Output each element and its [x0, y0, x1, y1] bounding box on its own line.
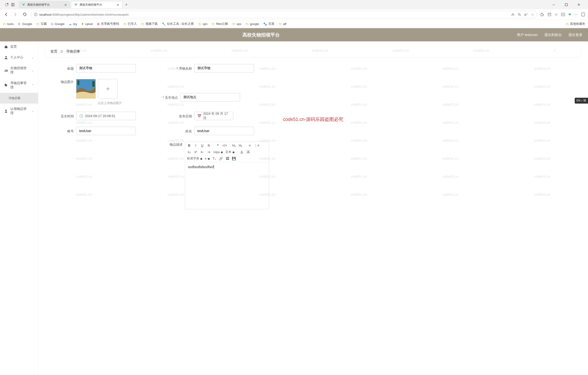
user-icon	[4, 56, 8, 59]
svg-rect-15	[7, 70, 8, 72]
lost-place-input[interactable]	[180, 93, 240, 101]
maximize-button[interactable]	[561, 1, 572, 8]
sidebar-item-seek-mgmt[interactable]: 寻物启事管理 ⌃	[0, 78, 38, 93]
performance-icon[interactable]: ❤	[568, 13, 571, 16]
bookmark-imported[interactable]: 🗀已导入	[123, 22, 137, 26]
save-button[interactable]: 💾	[232, 157, 236, 160]
bookmark-vps[interactable]: 🗀vps	[232, 22, 241, 26]
downloads-icon[interactable]	[561, 12, 565, 17]
underline-button[interactable]: U	[200, 143, 204, 147]
close-icon[interactable]: ✕	[116, 3, 119, 7]
translate-icon[interactable]: ⁂	[511, 13, 514, 16]
indent-left-button[interactable]: ⇤	[200, 150, 204, 154]
pub-date-label: 发布日期	[173, 113, 192, 119]
close-window-button[interactable]: ✕	[574, 1, 584, 8]
zoom-icon[interactable]	[518, 13, 521, 16]
profile-icon[interactable]	[5, 3, 9, 7]
claim-icon	[4, 109, 8, 113]
tab-bar: 高校失物招领平台 ✕ 高校失物招领平台 ✕ + ─ ✕	[0, 0, 588, 9]
folder-icon: 🗀	[279, 22, 282, 26]
ul-button[interactable]: ⋮≡	[254, 143, 259, 147]
workspaces-icon[interactable]	[11, 3, 15, 7]
strike-button[interactable]: S	[207, 143, 211, 147]
favorites-icon[interactable]: ✩	[555, 13, 558, 16]
bookmark-baozang[interactable]: 🗀宝藏	[36, 22, 47, 26]
lost-time-input[interactable]: 🕐 2024-09-17 20:06:51	[76, 112, 136, 120]
font-size-select[interactable]: 14px ◆	[213, 150, 223, 154]
favorite-icon[interactable]: ☆	[531, 13, 534, 16]
bookmark-tools[interactable]: 🗀tools	[3, 22, 13, 26]
folder-icon: 🗀	[123, 22, 126, 26]
uploaded-image-thumb[interactable]	[76, 79, 96, 99]
pub-date-input[interactable]: 📅 2024 年 09 月 17 日	[194, 112, 233, 120]
url-field[interactable]: localhost:8080/springboot38tp1/admin/dis…	[31, 11, 537, 18]
forward-button	[12, 11, 19, 18]
browser-tab-0[interactable]: 高校失物招领平台 ✕	[19, 1, 70, 8]
bg-color-button[interactable]: A	[246, 150, 250, 154]
reader-icon[interactable]: AA	[524, 13, 528, 17]
more-icon[interactable]: ⋯	[575, 13, 578, 16]
back-button[interactable]	[3, 11, 9, 18]
bookmark-zhanzhang[interactable]: 🔧站长工具 - 站长之家	[162, 22, 194, 26]
breadcrumb-home[interactable]: 首页	[51, 49, 57, 54]
sidebar-item-seek[interactable]: 寻物启事	[0, 93, 38, 104]
bookmark-baidu[interactable]: 🐾百度	[263, 22, 274, 26]
h1-button[interactable]: H₁	[232, 143, 236, 147]
bookmark-google2[interactable]: GGoogle	[51, 22, 64, 26]
reload-button[interactable]	[21, 11, 28, 18]
image-button[interactable]: 🖼	[225, 157, 230, 160]
collections-icon[interactable]	[547, 12, 552, 17]
editor-content[interactable]: asdfasdfafasdfasf	[185, 162, 269, 209]
clear-format-button[interactable]: Tₓ	[212, 157, 217, 160]
folder-icon: 🗀	[245, 22, 249, 26]
bold-button[interactable]: B	[187, 143, 191, 147]
quote-button[interactable]: ❝	[216, 143, 220, 147]
bookmark-other[interactable]: 🗀其他收藏夹	[566, 22, 585, 26]
ol-button[interactable]: ≡	[248, 143, 252, 147]
svg-rect-3	[13, 3, 14, 6]
code-button[interactable]: </>	[222, 143, 227, 147]
bookmark-share[interactable]: ⊞共享账号密码	[97, 22, 119, 26]
title-input[interactable]	[76, 64, 136, 72]
copilot-icon[interactable]	[581, 12, 585, 17]
h2-button[interactable]: H₂	[238, 143, 243, 147]
back-to-front-button[interactable]: 退出到前台	[544, 33, 562, 37]
bookmark-google3[interactable]: 🗀google	[245, 22, 259, 26]
logout-button[interactable]: 退出登录	[568, 33, 582, 37]
bookmark-google[interactable]: 🗋Google	[18, 22, 32, 26]
rich-editor: B I U S ❝ </> H₁ H₂ ≡ ⋮≡	[185, 142, 269, 209]
bookmark-aff[interactable]: 🗀aff	[279, 22, 286, 26]
sub-button[interactable]: x₂	[187, 150, 191, 154]
sup-button[interactable]: x²	[194, 150, 198, 154]
upload-add-button[interactable]: +	[98, 79, 118, 99]
svg-rect-14	[6, 69, 7, 72]
minimize-button[interactable]: ─	[548, 1, 559, 8]
browser-tab-1[interactable]: 高校失物招领平台 ✕	[71, 1, 122, 8]
name-label: *寻物名称	[173, 66, 192, 71]
sidebar-item-personal[interactable]: 个人中心 ⌄	[0, 52, 38, 63]
align-select[interactable]: ≡ ◆	[205, 157, 210, 160]
folder-icon: 🗀	[3, 22, 6, 26]
bookmark-txy[interactable]: ☁txy	[69, 22, 77, 26]
bookmark-max[interactable]: 🗀Max云梯	[211, 22, 228, 26]
text-color-button[interactable]: A	[240, 150, 244, 154]
account-input[interactable]	[76, 127, 136, 135]
name-input[interactable]	[194, 64, 254, 72]
bookmark-video[interactable]: 🗀视频下载	[141, 22, 158, 26]
extensions-icon[interactable]	[540, 12, 544, 17]
font-family-select[interactable]: 标准字体 ◆	[187, 156, 202, 161]
link-button[interactable]: 🔗	[219, 157, 223, 160]
site-info-icon[interactable]	[34, 13, 38, 16]
sidebar-item-claim-mgmt[interactable]: 认领物品管理 ⌄	[0, 104, 38, 119]
realname-input[interactable]	[194, 127, 254, 135]
svg-rect-4	[565, 3, 567, 6]
sidebar-item-lost-mgmt[interactable]: 失物招领管理 ⌄	[0, 63, 38, 78]
text-type-select[interactable]: 文本 ◆	[225, 150, 235, 154]
bookmark-uplod[interactable]: ⬆uplod	[81, 22, 93, 26]
new-tab-button[interactable]: +	[123, 1, 130, 8]
sidebar-item-home[interactable]: 首页	[0, 41, 38, 52]
bookmark-vpn[interactable]: 🗀vpn	[198, 22, 207, 26]
italic-button[interactable]: I	[194, 143, 198, 147]
indent-right-button[interactable]: ⇥	[207, 150, 211, 154]
close-icon[interactable]: ✕	[64, 3, 67, 7]
